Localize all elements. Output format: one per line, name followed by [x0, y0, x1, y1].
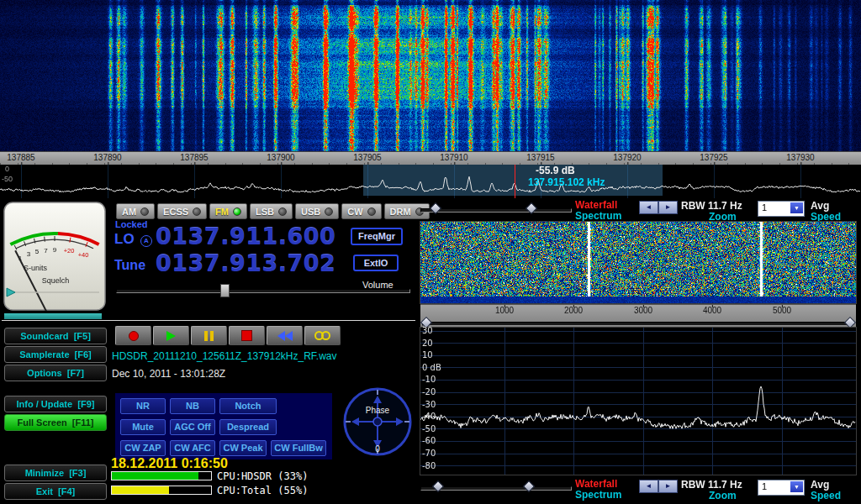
mode-lsb-button[interactable]: LSB: [250, 203, 293, 219]
db-axis-label: -40: [422, 412, 436, 421]
waterfall-tab-bottom[interactable]: Waterfall: [575, 478, 617, 490]
meter-scale-7: 7: [44, 247, 48, 255]
samplerate-button[interactable]: Samplerate [F6]: [4, 346, 107, 363]
nb-button[interactable]: NB: [170, 398, 215, 414]
avg-select-value: 1: [762, 481, 767, 491]
mode-fm-button[interactable]: FM: [209, 203, 247, 219]
mode-led: [193, 207, 201, 216]
freq-tick-label: 137910: [440, 153, 467, 162]
db-axis-label: 20: [422, 339, 433, 348]
freq-tick-label: 137920: [613, 153, 641, 162]
info-update-button[interactable]: Info / Update [F9]: [4, 396, 107, 412]
play-button[interactable]: [153, 326, 189, 345]
lo-lock-icon[interactable]: A: [140, 235, 152, 247]
volume-slider-thumb[interactable]: [220, 284, 230, 297]
freq-tick-label: 137890: [93, 153, 121, 162]
lo-frequency-display[interactable]: 0137.911.600: [156, 223, 335, 249]
audio-waterfall[interactable]: [420, 221, 857, 304]
record-button[interactable]: [115, 326, 151, 345]
range-slider-track[interactable]: [422, 322, 854, 326]
despread-button[interactable]: Despread: [219, 419, 277, 435]
spectrum-axis-label: 0: [5, 165, 9, 173]
cw-zap-button[interactable]: CW ZAP: [120, 440, 166, 456]
shift-right-button[interactable]: ►: [658, 201, 678, 214]
avg-select[interactable]: 1 ▼: [758, 201, 805, 217]
nr-button[interactable]: NR: [120, 398, 166, 414]
stop-button[interactable]: [229, 326, 265, 345]
mode-label: USB: [301, 207, 320, 217]
spectrum-contrast-slider[interactable]: [420, 478, 572, 496]
waterfall-tab[interactable]: Waterfall: [575, 199, 617, 211]
speed-label-bottom: Speed: [811, 490, 841, 501]
spectrum-tab[interactable]: Spectrum: [575, 210, 621, 222]
audio-freq-tick: 1000: [495, 306, 514, 315]
dsp-panel: NR NB Notch Mute AGC Off Despread CW ZAP…: [115, 393, 332, 459]
rewind-button[interactable]: [267, 326, 303, 345]
tune-frequency-display[interactable]: 0137.913.702: [156, 250, 335, 276]
loop-icon: [314, 328, 330, 344]
mode-usb-button[interactable]: USB: [295, 203, 339, 219]
mute-button[interactable]: Mute: [120, 419, 166, 435]
notch-button[interactable]: Notch: [219, 398, 277, 414]
s-meter[interactable]: 1 3 5 7 9 +20 +40 S-units Squelch: [3, 202, 106, 311]
main-spectrum[interactable]: [0, 165, 861, 198]
spectrum-axis-label: -50: [2, 175, 13, 183]
shift-left-button[interactable]: ◄: [639, 201, 658, 214]
cw-peak-button[interactable]: CW Peak: [219, 440, 267, 456]
db-axis-label: 30: [422, 326, 433, 335]
slider-track[interactable]: [420, 208, 572, 213]
loop-button[interactable]: [304, 326, 341, 345]
freq-tick-label: 137915: [526, 153, 554, 162]
dropdown-arrow-icon[interactable]: ▼: [790, 202, 803, 213]
minimize-button[interactable]: Minimize [F3]: [4, 465, 107, 481]
cw-fullbw-button[interactable]: CW FullBw: [271, 440, 326, 456]
datetime-display: 18.12.2011 0:16:50: [111, 456, 228, 471]
meter-scale-40: +40: [78, 251, 89, 259]
shift-left-button-bottom[interactable]: ◄: [639, 480, 658, 493]
main-waterfall[interactable]: [0, 0, 861, 151]
mode-cw-button[interactable]: CW: [341, 203, 381, 219]
db-axis-label: 10: [422, 350, 433, 360]
exit-button[interactable]: Exit [F4]: [4, 483, 107, 500]
audio-freq-tick: 2000: [564, 306, 583, 315]
audio-frequency-scale[interactable]: 1000 2000 3000 4000 5000: [420, 304, 856, 328]
mode-led: [233, 207, 241, 216]
cpu-hdsdr-text: CPU:HDSDR (33%): [217, 470, 308, 482]
avg-select-bottom[interactable]: 1 ▼: [758, 480, 805, 496]
meter-scale-5: 5: [35, 248, 40, 255]
mode-label: CW: [347, 207, 362, 217]
mode-label: FM: [215, 207, 229, 217]
mode-led: [367, 207, 376, 216]
freq-tick-label: 137900: [267, 153, 294, 162]
cpu-total-text: CPU:Total (55%): [217, 485, 308, 496]
avg-label: Avg: [811, 200, 829, 212]
audio-spectrum[interactable]: [420, 327, 857, 475]
db-axis-label: -60: [422, 436, 436, 445]
spectrum-tab-bottom[interactable]: Spectrum: [575, 489, 621, 501]
soundcard-button[interactable]: Soundcard [F5]: [4, 328, 107, 344]
phase-dial[interactable]: Phase 0: [341, 386, 414, 458]
db-axis-label: 0 dB: [422, 363, 441, 372]
mode-ecss-button[interactable]: ECSS: [157, 203, 207, 219]
volume-slider-track[interactable]: [116, 289, 410, 293]
stop-icon: [241, 330, 252, 341]
zoom-label-bottom: Zoom: [709, 490, 737, 501]
avg-label-bottom: Avg: [811, 479, 829, 491]
options-button[interactable]: Options [F7]: [4, 365, 107, 381]
freqmgr-button[interactable]: FreqMgr: [351, 228, 403, 245]
freq-tick-label: 137885: [7, 153, 34, 162]
mode-label: AM: [122, 207, 136, 217]
shift-right-button-bottom[interactable]: ►: [658, 480, 678, 493]
mode-am-button[interactable]: AM: [116, 203, 155, 219]
cw-afc-button[interactable]: CW AFC: [170, 440, 215, 456]
pause-button[interactable]: [191, 326, 227, 345]
extio-button[interactable]: ExtIO: [353, 255, 399, 271]
full-screen-button[interactable]: Full Screen [F11]: [4, 414, 107, 431]
cpu-total-bar: [111, 486, 212, 495]
dropdown-arrow-icon[interactable]: ▼: [790, 481, 803, 492]
agc-button[interactable]: AGC Off: [170, 419, 215, 435]
avg-select-value: 1: [762, 202, 767, 213]
waterfall-contrast-slider[interactable]: [420, 200, 572, 218]
freq-tick-label: 137895: [180, 153, 208, 162]
s-units-label: S-units: [24, 264, 48, 272]
